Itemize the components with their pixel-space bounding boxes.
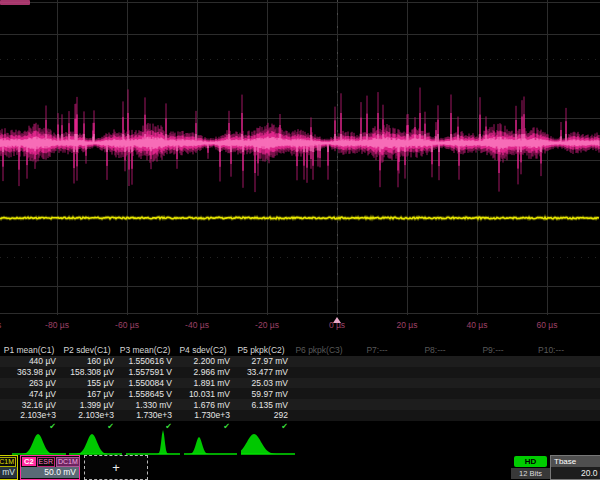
measure-cell: 2.103e+3 [58, 410, 116, 420]
param-header-2[interactable]: P2 sdev(C1) [58, 345, 116, 355]
param-header-8[interactable]: P8:--- [406, 345, 464, 355]
plus-icon: + [112, 460, 120, 475]
time-axis: -100 µs-80 µs-60 µs-40 µs-20 µs0 µs20 µs… [0, 316, 600, 332]
c2-volts-per-div: 50.0 mV [21, 467, 79, 478]
measure-cell: 33.477 mV [232, 367, 290, 377]
histicon[interactable] [12, 434, 66, 454]
measure-row-max: 474 µV167 µV1.558645 V10.031 mV59.97 mV [0, 388, 600, 399]
timebase-label: Tbase [551, 456, 600, 467]
c2-eres-tag: ESR [37, 457, 55, 467]
trigger-position-marker[interactable] [333, 317, 341, 323]
measure-cell: 1.676 mV [174, 400, 232, 410]
measure-cell: 167 µV [58, 389, 116, 399]
measure-row-sdev: 32.16 µV1.399 µV1.330 mV1.676 mV6.135 mV [0, 399, 600, 410]
histicon[interactable] [126, 430, 180, 454]
measure-cell: 1.891 mV [174, 378, 232, 388]
measure-cell: 1.557591 V [116, 367, 174, 377]
measure-cell: 32.16 µV [0, 400, 58, 410]
param-header-5[interactable]: P5 pkpk(C2) [232, 345, 290, 355]
measure-cell: 1.550084 V [116, 378, 174, 388]
time-axis-label: -60 µs [115, 320, 139, 330]
measure-row-num: 2.103e+32.103e+31.730e+31.730e+3292 [0, 410, 600, 421]
histicon[interactable] [241, 434, 295, 454]
histicon[interactable] [69, 434, 122, 454]
measure-cell: 440 µV [0, 356, 58, 366]
top-edge-annotation [0, 0, 30, 5]
measure-cell: 27.97 mV [232, 356, 290, 366]
param-header-6[interactable]: P6 pkpk(C3) [290, 345, 348, 355]
time-axis-label: 60 µs [537, 320, 558, 330]
waveform-display [0, 0, 600, 316]
time-axis-label: 20 µs [397, 320, 418, 330]
measure-row-min: 263 µV155 µV1.550084 V1.891 mV25.03 mV [0, 378, 600, 389]
channel-c1-descriptor[interactable]: DC1M 10.0 mV [0, 455, 18, 480]
param-header-10[interactable]: P10:--- [522, 345, 580, 355]
measure-cell: 160 µV [58, 356, 116, 366]
c2-channel-badge: C2 [22, 457, 36, 466]
timebase-value: 20.0 µs [551, 467, 600, 479]
measure-cell: 1.399 µV [58, 400, 116, 410]
time-axis-label: -40 µs [185, 320, 209, 330]
measure-cell: 363.98 µV [0, 367, 58, 377]
measure-cell: 1.330 mV [116, 400, 174, 410]
time-axis-label: -100 µs [0, 320, 1, 330]
measure-cell: 2.103e+3 [0, 410, 58, 420]
measure-cell: 6.135 mV [232, 400, 290, 410]
measure-cell: 1.730e+3 [116, 410, 174, 420]
measure-cell: 1.558645 V [116, 389, 174, 399]
measure-cell: 263 µV [0, 378, 58, 388]
time-axis-label: 40 µs [467, 320, 488, 330]
measure-cell: 2.200 mV [174, 356, 232, 366]
time-axis-label: -20 µs [255, 320, 279, 330]
add-trace-button[interactable]: + [84, 455, 148, 480]
histicon[interactable] [184, 437, 237, 454]
measure-cell: 158.308 µV [58, 367, 116, 377]
c2-coupling-tag: DC1M [56, 457, 80, 467]
measurement-table: P1 mean(C1)P2 sdev(C1)P3 mean(C2)P4 sdev… [0, 344, 600, 432]
measure-row-value: 440 µV160 µV1.550616 V2.200 mV27.97 mV [0, 356, 600, 367]
param-header-4[interactable]: P4 sdev(C2) [174, 345, 232, 355]
measure-cell: 474 µV [0, 389, 58, 399]
hd-mode-badge[interactable]: HD [514, 456, 547, 467]
c1-volts-per-div: 10.0 mV [0, 467, 17, 478]
measure-cell: 10.031 mV [174, 389, 232, 399]
param-header-3[interactable]: P3 mean(C2) [116, 345, 174, 355]
measure-cell: 59.97 mV [232, 389, 290, 399]
channel-c2-descriptor[interactable]: C2 ESR DC1M 50.0 mV [20, 455, 80, 480]
time-axis-label: -80 µs [45, 320, 69, 330]
measure-cell: 25.03 mV [232, 378, 290, 388]
param-header-9[interactable]: P9:--- [464, 345, 522, 355]
measure-cell: 2.966 mV [174, 367, 232, 377]
measure-cell: 1.550616 V [116, 356, 174, 366]
c1-coupling-tag: DC1M [0, 457, 16, 467]
param-header-7[interactable]: P7:--- [348, 345, 406, 355]
measurement-histicons [0, 430, 600, 456]
measure-cell: 1.730e+3 [174, 410, 232, 420]
timebase-descriptor[interactable]: Tbase 20.0 µs [550, 455, 600, 480]
hd-bits-label: 12 Bits [511, 468, 550, 479]
oscilloscope-screen: -100 µs-80 µs-60 µs-40 µs-20 µs0 µs20 µs… [0, 0, 600, 480]
param-header-11[interactable]: P11 [580, 345, 600, 355]
measure-row-mean: 363.98 µV158.308 µV1.557591 V2.966 mV33.… [0, 367, 600, 378]
descriptor-bar: DC1M 10.0 mV C2 ESR DC1M 50.0 mV + HD 12… [0, 455, 600, 480]
measure-cell: 155 µV [58, 378, 116, 388]
measure-cell: 292 [232, 410, 290, 420]
param-header-1[interactable]: P1 mean(C1) [0, 345, 58, 355]
